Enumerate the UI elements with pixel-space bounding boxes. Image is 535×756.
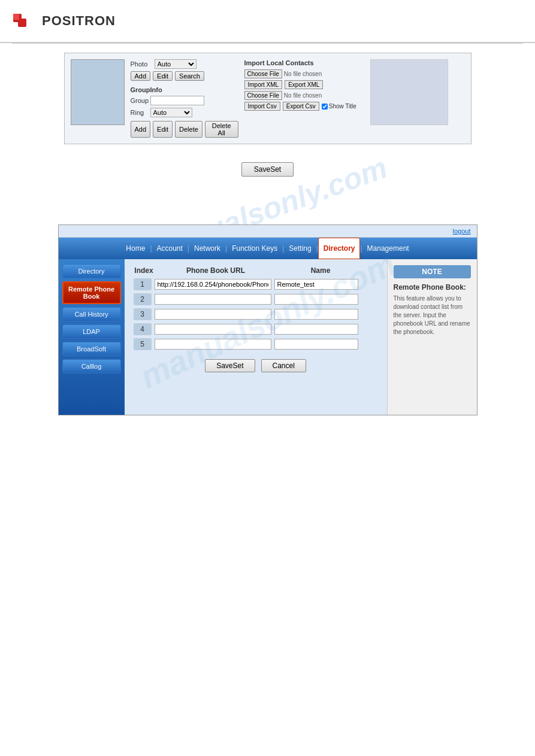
- group-input[interactable]: [150, 96, 204, 105]
- row-1-url-input[interactable]: [155, 279, 271, 290]
- row-3-index: 3: [134, 308, 152, 320]
- table-row: 3: [134, 308, 378, 320]
- photo-select[interactable]: Auto: [155, 59, 197, 69]
- col-index-header: Index: [134, 266, 155, 275]
- table-row: 1: [134, 278, 378, 290]
- export-xml-btn[interactable]: Export XML: [285, 80, 323, 89]
- groupinfo-label: GroupInfo: [131, 86, 162, 93]
- no-file-2-label: No file chosen: [284, 92, 322, 99]
- form-buttons: SaveSet Cancel: [134, 359, 378, 372]
- show-title-label[interactable]: Show Title: [322, 103, 356, 110]
- note-text: This feature allows you to download cont…: [394, 294, 471, 336]
- photo-label: Photo: [131, 60, 152, 68]
- browser-frame: manualsonly.com logout Home | Account | …: [58, 224, 477, 415]
- nav-function-keys[interactable]: Function Keys: [227, 238, 282, 259]
- nav-network[interactable]: Network: [189, 238, 225, 259]
- sidebar-item-broadsoft[interactable]: BroadSoft: [62, 342, 121, 356]
- row-4-url-input[interactable]: [155, 324, 271, 335]
- nav-directory[interactable]: Directory: [318, 238, 361, 259]
- top-controls: Photo Auto Add Edit Search GroupInfo Gro…: [131, 59, 238, 138]
- ring-label: Ring: [131, 109, 147, 116]
- export-csv-btn[interactable]: Export Csv: [283, 102, 319, 111]
- import-csv-btn[interactable]: Import Csv: [244, 102, 280, 111]
- row-4-name-input[interactable]: [274, 324, 358, 335]
- add2-button[interactable]: Add: [131, 121, 151, 138]
- edit-button[interactable]: Edit: [153, 71, 173, 81]
- col-url-header: Phone Book URL: [158, 266, 274, 275]
- delete-all-button[interactable]: Delete All: [205, 121, 238, 138]
- logo-text: POSITRON: [42, 13, 116, 29]
- ring-select[interactable]: Auto: [150, 108, 192, 117]
- no-file-1-label: No file chosen: [284, 71, 322, 77]
- edit2-button[interactable]: Edit: [153, 121, 173, 138]
- choose-file-1-btn[interactable]: Choose File: [244, 69, 282, 78]
- logo-icon: [12, 9, 36, 33]
- nav-setting[interactable]: Setting: [284, 238, 316, 259]
- note-subtitle: Remote Phone Book:: [394, 283, 471, 292]
- logout-bar: logout: [59, 225, 477, 238]
- add-button[interactable]: Add: [131, 71, 151, 81]
- saveset-middle-button[interactable]: SaveSet: [241, 162, 294, 177]
- nav-home[interactable]: Home: [121, 238, 150, 259]
- search-button[interactable]: Search: [175, 71, 204, 81]
- saveset-middle: SaveSet: [0, 162, 535, 177]
- sidebar-item-ldap[interactable]: LDAP: [62, 324, 121, 339]
- photo-area: [71, 59, 125, 125]
- table-row: 5: [134, 338, 378, 350]
- right-photo-box: [370, 59, 448, 125]
- saveset-button[interactable]: SaveSet: [205, 359, 255, 372]
- sidebar-item-remote-phone-book[interactable]: Remote PhoneBook: [62, 281, 121, 304]
- row-5-name-input[interactable]: [274, 339, 358, 350]
- row-5-index: 5: [134, 338, 152, 350]
- row-1-name-input[interactable]: [274, 279, 358, 290]
- nav-bar: Home | Account | Network | Function Keys…: [59, 238, 477, 259]
- nav-account[interactable]: Account: [152, 238, 188, 259]
- note-panel: NOTE Remote Phone Book: This feature all…: [387, 259, 477, 415]
- import-title: Import Local Contacts: [244, 59, 364, 66]
- sidebar-item-calllog[interactable]: Calllog: [62, 359, 121, 374]
- row-4-index: 4: [134, 323, 152, 335]
- delete-button[interactable]: Delete: [175, 121, 202, 138]
- header: POSITRON: [0, 0, 535, 43]
- col-name-header: Name: [277, 266, 364, 275]
- table-row: 2: [134, 293, 378, 305]
- import-xml-btn[interactable]: Import XML: [244, 80, 283, 89]
- row-2-url-input[interactable]: [155, 294, 271, 305]
- content-area: Directory Remote PhoneBook Call History …: [59, 259, 477, 415]
- show-title-checkbox[interactable]: [322, 104, 328, 110]
- choose-file-2-btn[interactable]: Choose File: [244, 91, 282, 100]
- row-1-index: 1: [134, 278, 152, 290]
- sidebar-item-call-history[interactable]: Call History: [62, 307, 121, 321]
- row-3-url-input[interactable]: [155, 309, 271, 320]
- row-2-index: 2: [134, 293, 152, 305]
- svg-rect-2: [13, 14, 19, 20]
- sidebar: Directory Remote PhoneBook Call History …: [59, 259, 125, 415]
- row-3-name-input[interactable]: [274, 309, 358, 320]
- cancel-button[interactable]: Cancel: [261, 359, 306, 372]
- import-section: Import Local Contacts Choose File No fil…: [244, 59, 364, 138]
- sidebar-item-directory[interactable]: Directory: [62, 264, 121, 278]
- table-header: Index Phone Book URL Name: [134, 266, 378, 275]
- nav-management[interactable]: Management: [362, 238, 414, 259]
- svg-rect-1: [18, 19, 26, 27]
- logout-link[interactable]: logout: [453, 227, 471, 235]
- main-content: Index Phone Book URL Name 1 2: [125, 259, 387, 415]
- group-label: Group: [131, 97, 147, 104]
- row-5-url-input[interactable]: [155, 339, 271, 350]
- table-row: 4: [134, 323, 378, 335]
- note-title: NOTE: [394, 265, 471, 278]
- row-2-name-input[interactable]: [274, 294, 358, 305]
